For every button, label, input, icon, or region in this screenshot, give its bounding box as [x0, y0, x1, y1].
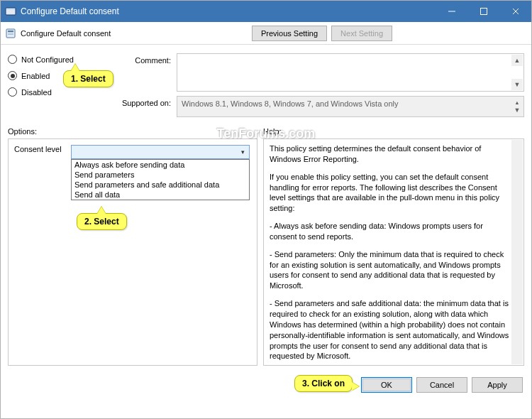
comment-label: Comment:: [117, 53, 174, 92]
app-icon: [5, 6, 16, 17]
radio-icon: [8, 55, 17, 64]
scroll-down-icon[interactable]: ▼: [511, 79, 523, 90]
svg-rect-3: [448, 11, 455, 12]
help-text: If you enable this policy setting, you c…: [270, 172, 511, 214]
svg-rect-4: [480, 9, 487, 15]
help-scrollbar[interactable]: [511, 140, 523, 364]
dropdown-option[interactable]: Send all data: [72, 190, 249, 200]
radio-disabled[interactable]: Disabled: [8, 87, 114, 97]
dropdown-option[interactable]: Send parameters: [72, 170, 249, 180]
consent-level-label: Consent level: [14, 145, 67, 153]
comment-input[interactable]: ▲ ▼: [177, 53, 524, 92]
radio-label: Not Configured: [21, 55, 74, 64]
close-button[interactable]: [499, 1, 531, 22]
chevron-down-icon: ▾: [238, 147, 248, 157]
header-title: Configure Default consent: [21, 29, 111, 38]
section-labels: Options: Help:: [8, 127, 524, 136]
minimize-button[interactable]: [436, 1, 467, 22]
consent-level-select[interactable]: ▾: [71, 145, 250, 159]
dialog-buttons: 3. Click on OK Cancel Apply: [1, 370, 531, 400]
apply-button[interactable]: Apply: [472, 377, 523, 393]
dropdown-option[interactable]: Send parameters and safe additional data: [72, 180, 249, 190]
maximize-button[interactable]: [467, 1, 499, 22]
help-text: - Always ask before sending data: Window…: [270, 221, 511, 242]
radio-label: Enabled: [21, 72, 50, 80]
callout-3: 3. Click on: [294, 375, 353, 392]
radio-label: Disabled: [21, 88, 52, 97]
next-setting-button: Next Setting: [331, 26, 392, 41]
consent-level-dropdown[interactable]: Always ask before sending data Send para…: [71, 159, 250, 200]
help-text: - Send parameters and safe additional da…: [270, 298, 511, 361]
header-row: Configure Default consent Previous Setti…: [1, 22, 531, 45]
radio-icon: [8, 87, 17, 97]
scroll-down-icon: ▼: [511, 104, 523, 116]
help-pane: This policy setting determines the defau…: [263, 138, 524, 366]
state-radios: Not Configured Enabled Disabled 1. Selec…: [8, 53, 114, 117]
window-title: Configure Default consent: [21, 6, 436, 16]
dropdown-option[interactable]: Always ask before sending data: [72, 160, 249, 170]
scroll-up-icon[interactable]: ▲: [511, 55, 523, 66]
callout-2: 2. Select: [77, 213, 127, 230]
cancel-button[interactable]: Cancel: [416, 377, 467, 393]
ok-button[interactable]: OK: [361, 377, 412, 393]
callout-1: 1. Select: [63, 70, 113, 87]
svg-rect-8: [8, 34, 13, 35]
radio-icon: [8, 71, 17, 80]
previous-setting-button[interactable]: Previous Setting: [252, 26, 327, 41]
options-label: Options:: [8, 127, 263, 136]
help-label: Help:: [263, 127, 282, 136]
supported-label: Supported on:: [117, 96, 174, 117]
supported-text: Windows 8.1, Windows 8, Windows 7, and W…: [182, 99, 398, 108]
policy-icon: [5, 28, 16, 39]
options-pane: Consent level ▾ Always ask before sendin…: [8, 138, 257, 366]
help-text: This policy setting determines the defau…: [270, 143, 511, 165]
state-area: Not Configured Enabled Disabled 1. Selec…: [8, 53, 524, 117]
help-text: - Send parameters: Only the minimum data…: [270, 249, 511, 291]
supported-on-box: Windows 8.1, Windows 8, Windows 7, and W…: [177, 96, 524, 117]
title-bar: Configure Default consent: [1, 1, 531, 22]
radio-not-configured[interactable]: Not Configured: [8, 55, 114, 64]
svg-rect-6: [8, 31, 13, 32]
svg-rect-7: [8, 33, 13, 33]
